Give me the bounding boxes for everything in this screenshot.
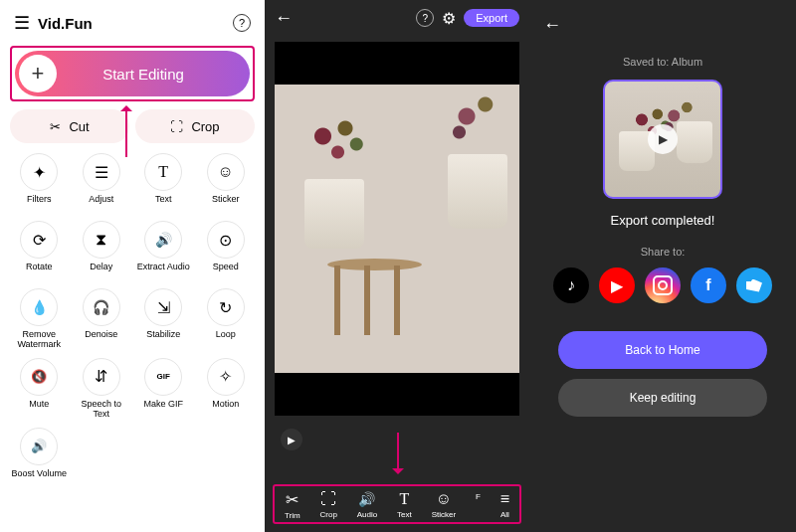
text-icon: [144, 153, 182, 191]
cut-label: Cut: [69, 119, 89, 134]
tool-motion[interactable]: Motion: [197, 358, 256, 420]
tool-label: Loop: [216, 330, 236, 348]
audio-icon: [358, 490, 375, 508]
share-twitter-button[interactable]: [736, 267, 772, 303]
tool-stabilize[interactable]: Stabilize: [134, 288, 193, 350]
annotation-arrow: [397, 433, 399, 472]
tool-label: Filters: [27, 195, 52, 213]
play-icon: ▶: [648, 124, 678, 154]
help-icon[interactable]: ?: [416, 9, 434, 27]
cut-button[interactable]: Cut: [10, 109, 129, 143]
toolbar-label: All: [500, 510, 509, 519]
tool-label: Motion: [212, 400, 239, 418]
video-preview[interactable]: [275, 42, 519, 416]
tool-adjust[interactable]: Adjust: [73, 153, 131, 213]
back-icon[interactable]: ←: [275, 8, 293, 29]
gif-icon: [144, 358, 182, 396]
toolbar-label: F: [476, 492, 481, 501]
tool-label: Make GIF: [143, 400, 183, 418]
back-to-home-button[interactable]: Back to Home: [558, 331, 767, 369]
tool-label: Speed: [213, 263, 239, 280]
toolbar-sticker[interactable]: Sticker: [432, 490, 456, 520]
toolbar-label: Text: [397, 510, 412, 519]
tool-extract-audio[interactable]: Extract Audio: [134, 221, 193, 280]
tool-speed[interactable]: Speed: [197, 221, 256, 280]
scissors-icon: [50, 119, 61, 134]
tool-loop[interactable]: Loop: [197, 288, 256, 350]
tools-grid: Filters Adjust Text Sticker Rotate Delay…: [10, 153, 255, 487]
share-instagram-button[interactable]: [645, 267, 681, 303]
tool-text[interactable]: Text: [134, 153, 193, 213]
denoise-icon: [83, 288, 120, 326]
tool-label: Rotate: [26, 263, 53, 280]
editor-panel: ← ? ⚙ Export ▶ Trim Crop: [265, 0, 529, 532]
water-icon: [20, 288, 58, 326]
cut-crop-row: Cut Crop: [10, 109, 255, 143]
tool-boost-volume[interactable]: Boost Volume: [10, 428, 69, 487]
toolbar-label: Sticker: [432, 510, 456, 519]
toolbar-label: Crop: [320, 510, 337, 519]
tool-delay[interactable]: Delay: [73, 221, 131, 280]
share-youtube-button[interactable]: [599, 267, 635, 303]
tool-label: Text: [155, 195, 172, 213]
toolbar-audio[interactable]: Audio: [357, 490, 377, 520]
annotation-arrow: [125, 107, 127, 157]
tool-speech-to-text[interactable]: Speech to Text: [73, 358, 131, 420]
tool-label: Boost Volume: [11, 469, 67, 487]
text-icon: [400, 490, 410, 508]
tool-label: Adjust: [89, 195, 113, 213]
home-panel: ☰ Vid.Fun ? + Start Editing Cut Crop Fil…: [0, 0, 265, 532]
trim-icon: [286, 490, 298, 509]
editor-toolbar: Trim Crop Audio Text Sticker F All: [275, 490, 519, 520]
tool-label: Stabilize: [146, 330, 180, 348]
smiley-icon: [436, 490, 452, 508]
export-thumbnail[interactable]: ▶: [603, 80, 722, 199]
boost-icon: [20, 428, 58, 465]
crop-icon: [320, 490, 336, 508]
share-facebook-button[interactable]: [691, 267, 726, 303]
tool-label: Delay: [90, 263, 112, 280]
motion-icon: [207, 358, 245, 396]
stabilize-icon: [144, 288, 182, 326]
keep-editing-button[interactable]: Keep editing: [558, 379, 767, 417]
tool-remove-watermark[interactable]: Remove Watermark: [10, 288, 69, 350]
export-header: ←: [543, 10, 782, 40]
settings-icon[interactable]: ⚙: [442, 9, 456, 28]
rotate-icon: [20, 221, 58, 259]
delay-icon: [83, 221, 120, 259]
share-tiktok-button[interactable]: [553, 267, 589, 303]
tool-mute[interactable]: Mute: [10, 358, 69, 420]
editor-toolbar-highlight: Trim Crop Audio Text Sticker F All: [273, 484, 521, 524]
play-icon[interactable]: ▶: [281, 429, 302, 450]
toolbar-trim[interactable]: Trim: [285, 490, 300, 520]
share-row: [553, 267, 772, 303]
tool-sticker[interactable]: Sticker: [197, 153, 256, 213]
help-icon[interactable]: ?: [233, 14, 251, 32]
tool-make-gif[interactable]: Make GIF: [134, 358, 193, 420]
star-icon: [20, 153, 58, 191]
adjust-icon: [83, 153, 120, 191]
tool-label: Sticker: [212, 195, 240, 213]
start-editing-label: Start Editing: [37, 66, 250, 83]
toolbar-f[interactable]: F: [476, 490, 481, 520]
toolbar-all[interactable]: All: [500, 490, 509, 520]
tool-filters[interactable]: Filters: [10, 153, 69, 213]
toolbar-crop[interactable]: Crop: [320, 490, 337, 520]
saved-to-label: Saved to: Album: [623, 56, 702, 68]
mute-icon: [20, 358, 58, 396]
loop-icon: [207, 288, 245, 326]
toolbar-text[interactable]: Text: [397, 490, 412, 520]
tool-label: Speech to Text: [73, 400, 131, 420]
tool-denoise[interactable]: Denoise: [73, 288, 131, 350]
crop-button[interactable]: Crop: [135, 109, 255, 143]
back-icon[interactable]: ←: [543, 15, 561, 36]
export-button[interactable]: Export: [464, 9, 519, 27]
tool-label: Mute: [29, 400, 49, 418]
editor-header: ← ? ⚙ Export: [265, 0, 529, 36]
start-editing-button[interactable]: + Start Editing: [15, 51, 250, 96]
app-title: Vid.Fun: [38, 15, 233, 32]
speech-icon: [83, 358, 120, 396]
tool-rotate[interactable]: Rotate: [10, 221, 69, 280]
preview-frame: [275, 85, 519, 373]
menu-icon[interactable]: ☰: [14, 12, 30, 34]
